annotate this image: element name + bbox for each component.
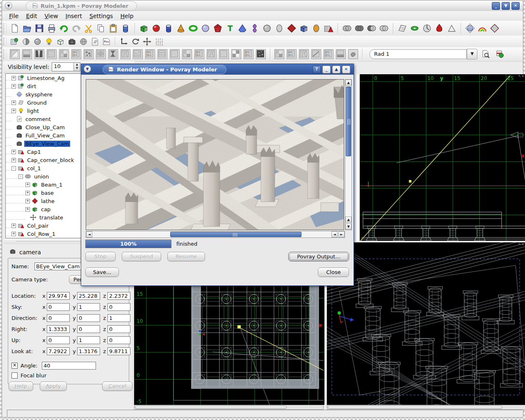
disc-icon[interactable] [409,23,420,34]
combo-arrow-icon[interactable]: ▼ [467,49,477,59]
pattern-gradient-icon[interactable] [10,49,20,59]
perspective-scrollbar[interactable] [327,405,525,410]
dialog-titlebar[interactable]: ▼ Pov Render Window - Povray Modeler ? _… [81,64,354,75]
tree-item-label[interactable]: comment [24,116,52,122]
triangle-icon[interactable] [446,23,457,34]
pattern-slope2-icon[interactable] [311,49,321,59]
dialog-menu-button[interactable]: ▼ [84,65,91,73]
rotate-icon[interactable] [130,37,140,46]
image-vscrollbar[interactable]: ▲ ▲ ▼ [345,79,352,230]
global-settings-icon[interactable] [78,37,88,46]
csg-difference-icon[interactable] [366,23,377,34]
viewport-side-view[interactable]: 0510152025yx ↖x [360,74,525,241]
tree-expander[interactable]: + [11,232,16,236]
main-titlebar[interactable]: ▼ Pov Ruin_1.kpm - Povray Modeler _ ▼ ✕ [2,0,523,11]
pigment-icon[interactable] [32,37,42,46]
pattern-hourglass-icon[interactable] [108,49,118,59]
viewport-controls-icon[interactable]: ↖x [518,242,525,246]
plan-scrollbar[interactable] [134,405,324,410]
insert-torus-icon[interactable] [188,23,199,34]
stop-button[interactable]: Stop [85,252,116,261]
skysphere-icon[interactable] [465,23,475,34]
dialog-shade-button[interactable]: ▲ [332,66,340,73]
tree-expander[interactable]: - [18,174,23,179]
plane-icon[interactable] [422,23,432,34]
pattern-marble-icon[interactable] [47,49,57,59]
rainbow-icon[interactable] [477,23,488,34]
insert-declare-icon[interactable] [323,23,334,34]
fog-icon[interactable] [489,23,500,34]
menu-edit[interactable]: Edit [22,12,41,20]
insert-white-box-icon[interactable] [55,37,65,46]
tree-item-label[interactable]: Cap1 [26,149,42,155]
color-map2-icon[interactable]: [0.1,[0.3, [145,49,155,59]
z-field[interactable]: 0 [107,303,130,311]
pattern-soft-icon[interactable] [336,49,346,59]
menu-settings[interactable]: Settings [86,12,116,20]
angle-checkbox[interactable]: ✕ [11,363,18,369]
scroll-down-icon[interactable]: ▼ [345,224,352,230]
insert-cone-icon[interactable] [176,23,186,34]
tree-expander[interactable]: + [25,199,30,203]
insert-sphere-icon[interactable] [151,23,162,34]
z-field[interactable]: 1 [107,314,130,322]
insert-prism-icon[interactable] [237,23,248,34]
save-file-icon[interactable] [34,23,45,34]
z-field[interactable]: 2.2372 [107,292,130,300]
tree-item-label[interactable]: BEye_View_Cam [24,141,70,147]
paste-icon[interactable] [108,23,119,34]
insert-blob-icon[interactable] [200,23,211,34]
x-field[interactable]: 7.2922 [47,347,70,355]
color-map5-icon[interactable]: [0.1,[0.3, [287,49,297,59]
pattern-granite-icon[interactable] [274,49,284,59]
pattern-solid2-icon[interactable] [219,49,229,59]
undo-icon[interactable] [59,23,69,34]
tree-expander[interactable]: + [11,84,16,89]
tree-item-label[interactable]: Close_Up_Cam [24,124,66,130]
tree-item-label[interactable]: Col_Row_1 [26,231,57,237]
camera-icon[interactable] [67,37,77,46]
translate-icon[interactable] [142,37,152,46]
tree-item-label[interactable]: union [33,173,50,180]
bicubic-patch-icon[interactable] [397,23,408,34]
x-field[interactable]: 0 [47,303,70,311]
help-button[interactable]: Help [9,381,33,391]
scroll-up-icon[interactable]: ▲ [345,80,352,86]
x-field[interactable]: 29.974 [47,292,70,300]
texture-icon[interactable] [9,37,19,46]
insert-heightfield-icon[interactable] [299,23,309,34]
tree-item-label[interactable]: base [40,190,55,196]
tree-item-label[interactable]: Beam_1 [40,182,64,188]
spinner-arrows-icon[interactable]: ▲▼ [73,63,80,71]
menu-view[interactable]: View [41,12,62,20]
povray-output-button[interactable]: Povray Output... [288,252,349,261]
scroll-up2-icon[interactable]: ▲ [345,217,352,223]
scroll-left2-icon[interactable]: ◄ [331,231,338,237]
cut-icon[interactable] [83,23,94,34]
y-field[interactable]: 1 [77,303,100,311]
dialog-close-button2[interactable]: Close [318,267,349,277]
pattern-noise-icon[interactable] [256,49,266,59]
shade-button[interactable]: ▼ [502,2,510,10]
color-map3-icon[interactable]: [0.1,[0.3, [194,49,204,59]
x-field[interactable]: 1.3333 [47,325,70,333]
x-field[interactable]: 0 [47,314,70,322]
insert-quadric-icon[interactable] [274,23,285,34]
tree-expander[interactable]: + [11,224,16,228]
dialog-close-button[interactable]: ✕ [342,66,350,73]
tree-expander[interactable]: + [11,76,16,80]
tree-expander[interactable]: + [25,191,30,195]
pattern-ripples-icon[interactable] [299,49,309,59]
tree-item-label[interactable]: skysphere [24,91,54,98]
povray-raw-icon[interactable]: Pov [101,37,111,46]
render-settings-icon[interactable] [495,49,505,59]
minimize-button[interactable]: _ [492,2,500,10]
freehand-icon[interactable] [348,49,358,59]
finish-icon[interactable] [21,37,31,46]
tree-expander[interactable]: - [11,166,16,171]
y-field[interactable]: 0 [77,314,100,322]
angle-field[interactable]: 40 [42,362,96,370]
close-button[interactable]: ✕ [511,2,520,10]
insert-sor-icon[interactable] [286,23,297,34]
tree-item-label[interactable]: Full_View_Cam [24,132,66,139]
